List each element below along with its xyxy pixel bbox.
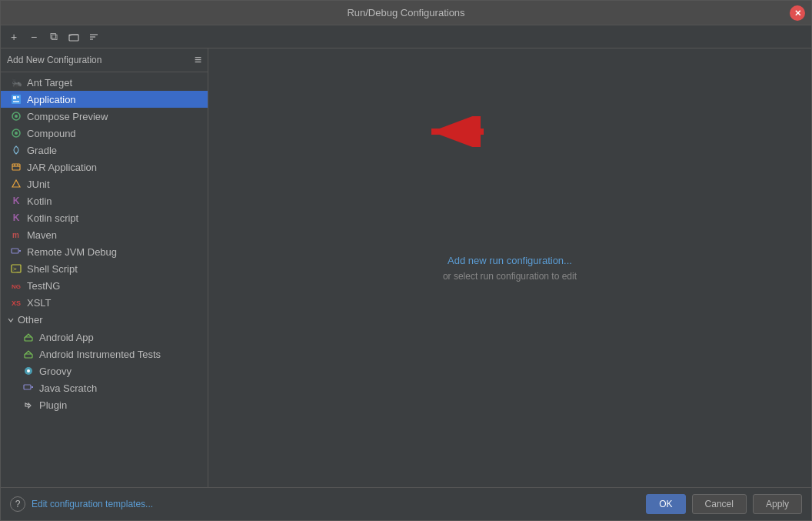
kotlin-script-label: Kotlin script [27, 212, 78, 224]
sidebar-filter-icon[interactable]: ≡ [195, 53, 201, 67]
shell-script-icon: >_ [10, 262, 22, 275]
sidebar-item-android-app[interactable]: Android App [13, 329, 208, 346]
close-button[interactable]: ✕ [790, 5, 805, 21]
remove-config-button[interactable]: − [25, 28, 42, 45]
main-hint-primary[interactable]: Add new run configuration... [448, 255, 572, 266]
sidebar-item-kotlin-script[interactable]: K Kotlin script [1, 209, 208, 226]
ant-target-label: Ant Target [27, 77, 72, 89]
sidebar-item-groovy[interactable]: Groovy [13, 362, 208, 379]
footer-right: OK Cancel Apply [646, 494, 802, 514]
sort-config-button[interactable] [85, 28, 102, 45]
kotlin-script-icon: K [10, 212, 22, 224]
svg-text:XS: XS [12, 299, 21, 307]
groovy-icon [22, 365, 35, 377]
svg-rect-26 [25, 354, 32, 358]
sidebar-item-xslt[interactable]: XS XSLT [1, 294, 208, 311]
compose-preview-label: Compose Preview [27, 111, 108, 122]
other-group-children: Android App Android Instrumented Tests [1, 329, 208, 413]
ok-button[interactable]: OK [646, 494, 685, 514]
footer-left: ? Edit configuration templates... [10, 496, 153, 512]
remote-jvm-debug-icon [10, 245, 22, 258]
kotlin-label: Kotlin [27, 195, 52, 207]
maven-label: Maven [27, 229, 57, 241]
sidebar-item-gradle[interactable]: Gradle [1, 142, 208, 159]
maven-icon: m [10, 229, 22, 241]
svg-text:m: m [12, 231, 19, 239]
svg-rect-13 [12, 164, 20, 170]
plugin-icon [22, 399, 35, 411]
kotlin-icon: K [10, 195, 22, 207]
jar-application-icon [10, 161, 22, 173]
java-scratch-icon [22, 382, 35, 394]
svg-text:NG: NG [12, 283, 21, 290]
sidebar-item-ant-target[interactable]: 🐜 Ant Target [1, 74, 208, 91]
sidebar-item-java-scratch[interactable]: Java Scratch [13, 379, 208, 396]
svg-rect-19 [12, 249, 18, 253]
remote-jvm-debug-label: Remote JVM Debug [27, 246, 117, 258]
edit-templates-link[interactable]: Edit configuration templates... [32, 499, 153, 509]
xslt-icon: XS [10, 296, 22, 309]
sidebar-item-jar-application[interactable]: JAR Application [1, 159, 208, 175]
compound-label: Compound [27, 128, 76, 139]
svg-rect-30 [32, 386, 33, 388]
svg-point-12 [15, 132, 18, 135]
junit-icon [10, 178, 22, 190]
sidebar-item-shell-script[interactable]: >_ Shell Script [1, 260, 208, 277]
sidebar-item-plugin[interactable]: Plugin [13, 396, 208, 413]
svg-rect-20 [19, 250, 21, 252]
content-area: Add New Configuration ≡ 🐜 Ant Target [1, 48, 811, 487]
compound-icon [10, 127, 22, 139]
sidebar-item-compose-preview[interactable]: Compose Preview [1, 108, 208, 125]
run-debug-dialog: Run/Debug Configurations ✕ + − ⧉ Add New… [0, 0, 812, 521]
application-label: Application [27, 94, 76, 105]
svg-rect-29 [24, 385, 31, 389]
add-config-button[interactable]: + [5, 28, 22, 45]
compose-preview-icon [10, 110, 22, 122]
svg-text:🐜: 🐜 [12, 78, 22, 88]
copy-config-button[interactable]: ⧉ [45, 28, 62, 45]
jar-application-label: JAR Application [27, 162, 97, 173]
svg-marker-17 [12, 180, 20, 187]
application-icon [10, 93, 22, 105]
sidebar-header-label: Add New Configuration [7, 55, 102, 65]
sidebar-item-junit[interactable]: JUnit [1, 175, 208, 192]
sidebar-item-remote-jvm-debug[interactable]: Remote JVM Debug [1, 243, 208, 260]
sidebar-item-application[interactable]: Application [1, 91, 208, 108]
testng-label: TestNG [27, 280, 60, 292]
svg-text:>_: >_ [13, 266, 21, 272]
apply-button[interactable]: Apply [753, 494, 802, 514]
sidebar-list: 🐜 Ant Target Applica [1, 72, 208, 487]
android-app-label: Android App [39, 332, 94, 343]
testng-icon: NG [10, 279, 22, 292]
title-bar: Run/Debug Configurations ✕ [1, 1, 811, 25]
svg-rect-6 [13, 96, 16, 99]
sidebar-item-maven[interactable]: m Maven [1, 226, 208, 243]
sidebar-item-testng[interactable]: NG TestNG [1, 277, 208, 294]
red-arrow [424, 116, 485, 147]
sidebar-item-android-instrumented[interactable]: Android Instrumented Tests [13, 346, 208, 362]
sidebar-item-kotlin[interactable]: K Kotlin [1, 192, 208, 209]
dialog-title: Run/Debug Configurations [347, 7, 464, 18]
gradle-icon [10, 144, 22, 156]
java-scratch-label: Java Scratch [39, 382, 97, 394]
config-sidebar: Add New Configuration ≡ 🐜 Ant Target [1, 48, 208, 487]
sidebar-group-other[interactable]: Other [1, 311, 208, 329]
dialog-footer: ? Edit configuration templates... OK Can… [1, 487, 811, 520]
svg-rect-7 [17, 96, 19, 98]
xslt-label: XSLT [27, 297, 52, 309]
sidebar-item-compound[interactable]: Compound [1, 125, 208, 142]
folder-config-button[interactable] [65, 28, 82, 45]
config-toolbar: + − ⧉ [1, 25, 811, 48]
main-hint-secondary: or select run configuration to edit [443, 271, 577, 282]
other-group-label: Other [18, 314, 43, 326]
cancel-button[interactable]: Cancel [692, 494, 747, 514]
junit-label: JUnit [27, 179, 50, 190]
svg-point-28 [27, 369, 30, 372]
svg-rect-8 [13, 101, 19, 102]
svg-rect-25 [25, 337, 32, 341]
gradle-label: Gradle [27, 145, 57, 156]
help-button[interactable]: ? [10, 496, 25, 512]
sidebar-header: Add New Configuration ≡ [1, 48, 208, 72]
svg-point-10 [15, 115, 18, 118]
ant-target-icon: 🐜 [10, 76, 22, 89]
